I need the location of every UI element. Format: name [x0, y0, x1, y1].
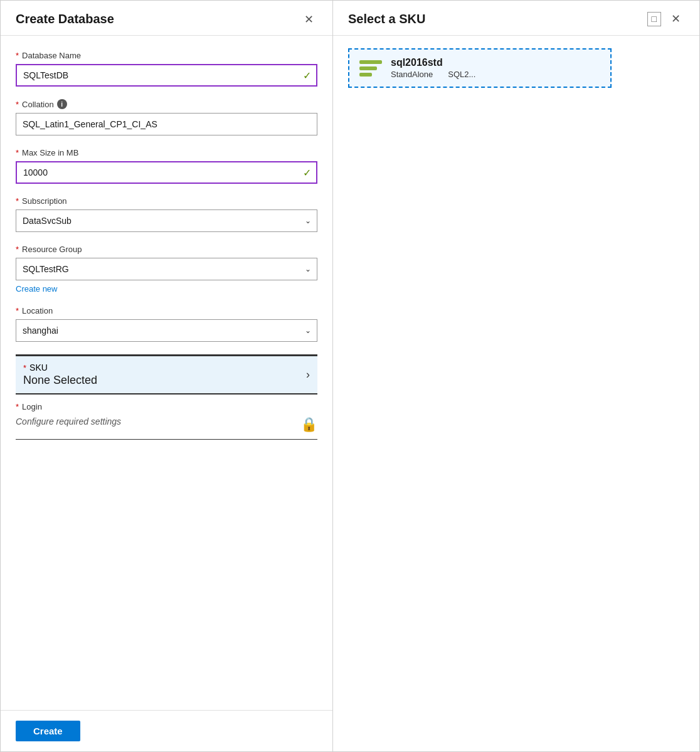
resource-group-label-text: Resource Group	[22, 245, 82, 254]
create-new-link[interactable]: Create new	[16, 284, 57, 294]
subscription-group: * Subscription DataSvcSub ⌄	[16, 196, 317, 232]
max-size-input-wrapper: ✓	[16, 161, 317, 184]
sku-card-info: sql2016std StandAlone SQL2...	[391, 57, 475, 79]
resource-group-select[interactable]: SQLTestRG	[16, 258, 317, 280]
resource-group-required-star: *	[16, 245, 19, 254]
left-close-button[interactable]: ✕	[300, 13, 317, 26]
location-label-text: Location	[22, 306, 53, 315]
sku-value: None Selected	[23, 374, 97, 387]
left-panel-title: Create Database	[16, 12, 114, 26]
resource-group-group: * Resource Group SQLTestRG ⌄ Create new	[16, 245, 317, 294]
collation-group: * Collation i	[16, 99, 317, 135]
collation-info-icon[interactable]: i	[57, 99, 67, 109]
subscription-select-wrapper: DataSvcSub ⌄	[16, 209, 317, 232]
max-size-label-text: Max Size in MB	[22, 148, 78, 157]
database-name-label-text: Database Name	[22, 51, 81, 60]
location-select-wrapper: shanghai ⌄	[16, 319, 317, 342]
create-button[interactable]: Create	[16, 721, 80, 741]
sku-label-row: * SKU	[23, 363, 97, 373]
login-divider	[16, 439, 317, 440]
subscription-required-star: *	[16, 196, 19, 206]
max-size-group: * Max Size in MB ✓	[16, 148, 317, 184]
login-placeholder-text: Configure required settings	[16, 416, 121, 426]
left-panel-footer: Create	[1, 710, 332, 751]
sku-card-type: StandAlone	[391, 70, 433, 79]
resource-group-select-wrapper: SQLTestRG ⌄	[16, 258, 317, 280]
right-panel-header: Select a SKU □ ✕	[333, 1, 699, 36]
select-sku-panel: Select a SKU □ ✕ sql2016std StandAlone S…	[333, 1, 699, 751]
sku-card-name: sql2016std	[391, 57, 475, 68]
login-required-star: *	[16, 402, 19, 411]
sku-card-details: StandAlone SQL2...	[391, 70, 475, 79]
database-name-required-star: *	[16, 51, 19, 60]
login-label-text: Login	[22, 402, 42, 411]
database-name-label: * Database Name	[16, 51, 317, 60]
max-size-required-star: *	[16, 148, 19, 157]
collation-input[interactable]	[16, 113, 317, 135]
location-required-star: *	[16, 306, 19, 315]
database-name-input-wrapper: ✓	[16, 64, 317, 87]
login-label: * Login	[16, 402, 317, 411]
right-close-button[interactable]: ✕	[667, 12, 684, 26]
collation-input-wrapper	[16, 113, 317, 135]
max-size-input[interactable]	[16, 161, 317, 184]
max-size-label: * Max Size in MB	[16, 148, 317, 157]
lock-icon: 🔒	[300, 416, 317, 433]
sku-required-star: *	[23, 363, 26, 373]
left-panel-header: Create Database ✕	[1, 1, 332, 36]
sku-field[interactable]: * SKU None Selected ›	[16, 355, 317, 395]
collation-label-text: Collation	[22, 100, 54, 109]
sku-chevron-right-icon: ›	[306, 368, 310, 381]
right-panel-body: sql2016std StandAlone SQL2...	[333, 36, 699, 751]
database-name-group: * Database Name ✓	[16, 51, 317, 87]
subscription-select[interactable]: DataSvcSub	[16, 209, 317, 232]
sku-icon-bar-wide	[359, 60, 382, 64]
sku-card-icon	[359, 60, 382, 77]
location-select[interactable]: shanghai	[16, 319, 317, 342]
subscription-label-text: Subscription	[22, 196, 67, 206]
collation-label: * Collation i	[16, 99, 317, 109]
subscription-label: * Subscription	[16, 196, 317, 206]
sku-label-text: SKU	[29, 363, 48, 373]
login-field: * Login Configure required settings 🔒	[16, 395, 317, 440]
collation-required-star: *	[16, 100, 19, 109]
sku-icon-bar-medium	[359, 66, 377, 70]
sku-icon-bar-narrow	[359, 73, 372, 77]
login-field-inner: Configure required settings 🔒	[16, 415, 317, 433]
location-label: * Location	[16, 306, 317, 315]
create-database-panel: Create Database ✕ * Database Name ✓ * Co	[1, 1, 333, 751]
location-group: * Location shanghai ⌄	[16, 306, 317, 342]
sku-card-version: SQL2...	[448, 70, 475, 79]
left-panel-body: * Database Name ✓ * Collation i	[1, 36, 332, 710]
resource-group-label: * Resource Group	[16, 245, 317, 254]
right-header-icons: □ ✕	[647, 12, 684, 26]
maximize-button[interactable]: □	[647, 12, 661, 26]
sku-card[interactable]: sql2016std StandAlone SQL2...	[348, 48, 612, 88]
right-panel-title: Select a SKU	[348, 12, 425, 26]
sku-field-left: * SKU None Selected	[23, 363, 97, 387]
database-name-input[interactable]	[16, 64, 317, 87]
